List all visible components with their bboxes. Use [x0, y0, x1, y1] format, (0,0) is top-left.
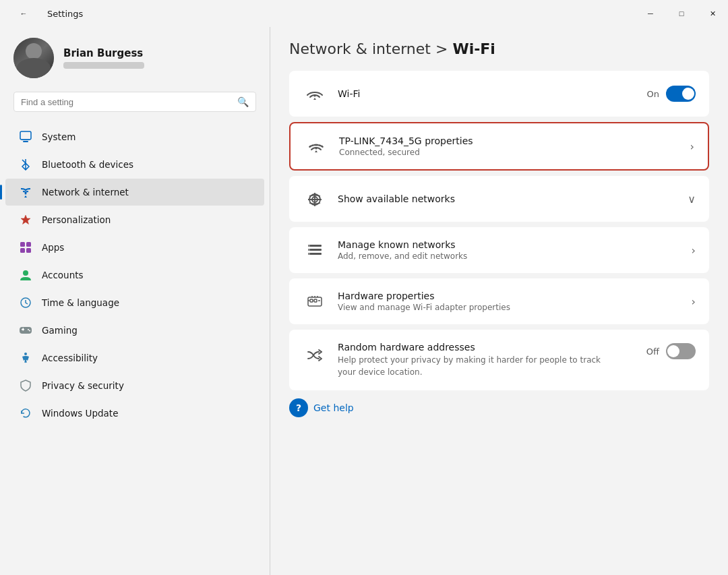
svg-rect-7 — [26, 248, 31, 253]
bluetooth-icon — [19, 158, 32, 171]
get-help-label: Get help — [313, 402, 354, 413]
wifi-on-label: On — [647, 89, 659, 99]
wifi-icon — [303, 82, 327, 106]
random-hw-text: Random hardware addresses Help protect y… — [338, 342, 636, 378]
tp-link-card: TP-LINK_7434_5G properties Connected, se… — [289, 122, 709, 171]
titlebar: ← Settings ─ □ ✕ — [0, 0, 728, 27]
shuffle-icon — [303, 343, 327, 367]
hardware-row[interactable]: Hardware properties View and manage Wi-F… — [289, 278, 709, 324]
search-box[interactable]: 🔍 — [13, 92, 256, 112]
sidebar-item-time[interactable]: Time & language — [5, 289, 264, 316]
manage-networks-chevron: › — [692, 244, 696, 257]
sidebar-item-gaming[interactable]: Gaming — [5, 317, 264, 344]
sidebar-item-label-gaming: Gaming — [42, 325, 78, 336]
available-networks-row[interactable]: Show available networks ∨ — [289, 176, 709, 222]
hardware-text: Hardware properties View and manage Wi-F… — [338, 291, 681, 312]
svg-point-14 — [29, 330, 30, 332]
available-networks-text: Show available networks — [338, 193, 677, 204]
app-title: Settings — [47, 9, 83, 19]
sidebar-item-system[interactable]: System — [5, 123, 264, 150]
breadcrumb-prefix: Network & internet > — [289, 40, 448, 57]
user-info: Brian Burgess — [63, 47, 144, 69]
svg-rect-12 — [23, 328, 24, 331]
maximize-button[interactable]: □ — [666, 3, 697, 24]
sidebar-item-accounts[interactable]: Accounts — [5, 262, 264, 289]
user-name: Brian Burgess — [63, 47, 144, 59]
tp-link-title: TP-LINK_7434_5G properties — [339, 135, 679, 146]
random-hw-card: Random hardware addresses Help protect y… — [289, 330, 709, 390]
apps-icon — [19, 241, 32, 254]
hardware-subtitle: View and manage Wi-Fi adapter properties — [338, 303, 681, 312]
svg-line-17 — [26, 359, 26, 363]
manage-networks-right: › — [692, 244, 696, 257]
user-section: Brian Burgess — [0, 27, 270, 92]
get-help-section[interactable]: ? Get help — [289, 398, 709, 417]
wifi-toggle-row[interactable]: Wi-Fi On — [289, 71, 709, 117]
sidebar: Brian Burgess 🔍 System — [0, 27, 270, 575]
svg-rect-2 — [22, 140, 30, 140]
available-networks-card: Show available networks ∨ — [289, 176, 709, 222]
tp-link-chevron: › — [690, 140, 694, 153]
minimize-button[interactable]: ─ — [635, 3, 666, 24]
manage-networks-text: Manage known networks Add, remove, and e… — [338, 239, 681, 261]
sidebar-item-apps[interactable]: Apps — [5, 234, 264, 261]
search-input[interactable] — [21, 97, 232, 107]
privacy-icon — [19, 379, 32, 392]
svg-rect-31 — [310, 299, 313, 302]
tp-link-row[interactable]: TP-LINK_7434_5G properties Connected, se… — [291, 123, 708, 169]
sidebar-item-label-network: Network & internet — [42, 187, 129, 198]
sidebar-item-label-personalization: Personalization — [42, 214, 111, 225]
wifi-toggle[interactable] — [666, 86, 696, 102]
manage-networks-subtitle: Add, remove, and edit networks — [338, 251, 681, 261]
random-hw-row[interactable]: Random hardware addresses Help protect y… — [289, 330, 709, 390]
svg-point-8 — [23, 270, 28, 276]
available-networks-title: Show available networks — [338, 193, 677, 204]
wifi-toggle-thumb — [682, 88, 694, 100]
breadcrumb-current: Wi-Fi — [452, 40, 495, 57]
manage-networks-title: Manage known networks — [338, 239, 681, 250]
search-icon: 🔍 — [237, 96, 249, 107]
svg-rect-32 — [314, 299, 317, 302]
svg-rect-27 — [308, 245, 310, 247]
right-panel: Network & internet > Wi-Fi — [270, 27, 728, 575]
sidebar-item-label-privacy: Privacy & security — [42, 380, 124, 391]
sidebar-item-privacy[interactable]: Privacy & security — [5, 372, 264, 399]
svg-point-18 — [314, 95, 316, 97]
hardware-card: Hardware properties View and manage Wi-F… — [289, 278, 709, 324]
random-hw-subtitle: Help protect your privacy by making it h… — [338, 354, 607, 378]
titlebar-left: ← Settings — [8, 3, 83, 24]
sidebar-item-update[interactable]: Windows Update — [5, 400, 264, 427]
sidebar-item-network[interactable]: Network & internet — [5, 179, 264, 206]
sidebar-item-label-time: Time & language — [42, 297, 119, 308]
random-hw-toggle[interactable] — [666, 343, 696, 359]
nav-list: System Bluetooth & devices — [0, 123, 270, 575]
sidebar-item-label-accessibility: Accessibility — [42, 353, 98, 363]
random-hw-title: Random hardware addresses — [338, 342, 636, 353]
close-button[interactable]: ✕ — [697, 3, 728, 24]
breadcrumb: Network & internet > Wi-Fi — [289, 40, 709, 57]
available-networks-icon — [303, 187, 327, 211]
avatar-image — [13, 38, 54, 78]
wifi-title: Wi-Fi — [338, 88, 636, 99]
svg-rect-5 — [26, 242, 31, 247]
hardware-icon — [303, 289, 327, 313]
svg-point-15 — [24, 353, 27, 355]
wifi-toggle-right: On — [647, 86, 696, 102]
svg-point-19 — [315, 148, 317, 150]
wifi-row-text: Wi-Fi — [338, 88, 636, 99]
sidebar-item-label-apps: Apps — [42, 242, 64, 253]
svg-rect-4 — [20, 242, 25, 247]
svg-point-13 — [28, 329, 29, 330]
sidebar-item-accessibility[interactable]: Accessibility — [5, 344, 264, 371]
svg-rect-0 — [20, 131, 31, 140]
sidebar-item-label-update: Windows Update — [42, 408, 118, 419]
manage-networks-row[interactable]: Manage known networks Add, remove, and e… — [289, 227, 709, 273]
sidebar-item-personalization[interactable]: Personalization — [5, 206, 264, 233]
sidebar-item-label-accounts: Accounts — [42, 270, 84, 280]
back-button[interactable]: ← — [8, 3, 39, 24]
update-icon — [19, 406, 32, 420]
random-hw-toggle-right: Off — [646, 343, 696, 359]
sidebar-item-bluetooth[interactable]: Bluetooth & devices — [5, 151, 264, 178]
main-content: Brian Burgess 🔍 System — [0, 27, 728, 575]
hardware-title: Hardware properties — [338, 291, 681, 301]
